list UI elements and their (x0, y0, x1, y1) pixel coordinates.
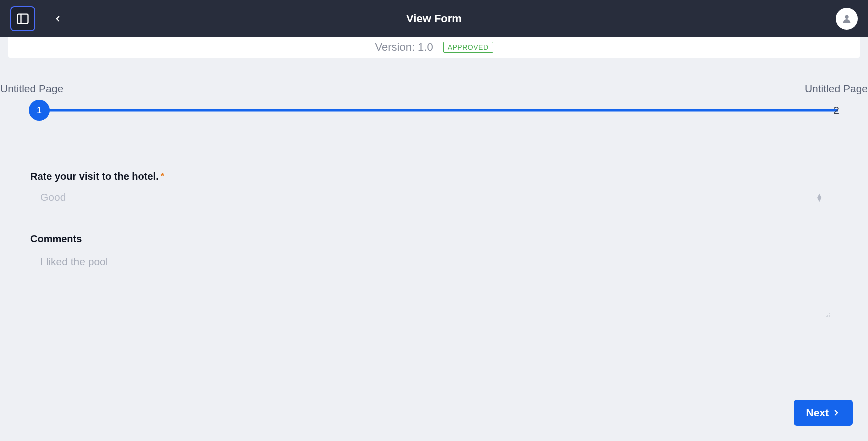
next-button[interactable]: Next (794, 400, 853, 426)
step-label-2: Untitled Page (805, 83, 868, 95)
user-avatar[interactable] (836, 8, 858, 30)
stepper-progress-line (29, 109, 838, 112)
rating-field: Rate your visit to the hotel. * Good ▲ ▼ (30, 171, 838, 203)
select-arrows-icon: ▲ ▼ (816, 193, 838, 202)
page-title: View Form (406, 12, 462, 25)
chevron-right-icon (832, 408, 841, 417)
comments-value: I liked the pool (40, 256, 838, 268)
panel-left-icon (16, 12, 30, 26)
svg-point-5 (829, 315, 830, 316)
page-stepper: Untitled Page Untitled Page 1 2 (0, 83, 868, 121)
rating-select[interactable]: Good ▲ ▼ (30, 191, 838, 203)
required-indicator: * (161, 171, 164, 182)
user-icon (841, 13, 852, 24)
svg-point-4 (827, 315, 828, 316)
form-footer: Next (794, 400, 853, 426)
rating-label: Rate your visit to the hotel. * (30, 171, 838, 182)
sidebar-toggle-button[interactable] (10, 6, 35, 31)
svg-point-8 (829, 316, 830, 317)
comments-field: Comments I liked the pool (30, 233, 838, 319)
svg-rect-0 (18, 14, 28, 23)
chevron-left-icon (53, 14, 62, 23)
app-header: View Form (0, 0, 868, 37)
svg-point-7 (827, 316, 828, 317)
svg-point-6 (826, 316, 827, 317)
svg-point-2 (845, 15, 848, 18)
version-bar: Version: 1.0 APPROVED (8, 37, 860, 58)
status-badge: APPROVED (443, 42, 493, 53)
comments-label: Comments (30, 233, 838, 245)
next-button-label: Next (806, 407, 829, 419)
step-label-1: Untitled Page (0, 83, 63, 95)
comments-textarea[interactable]: I liked the pool (30, 254, 838, 319)
step-2[interactable]: 2 (833, 104, 839, 116)
step-1[interactable]: 1 (29, 100, 50, 121)
step-1-number: 1 (37, 105, 42, 116)
step-2-number: 2 (833, 104, 839, 116)
resize-handle-icon[interactable] (825, 313, 830, 319)
form-content: Rate your visit to the hotel. * Good ▲ ▼… (0, 121, 868, 319)
version-text: Version: 1.0 (375, 41, 433, 54)
svg-point-3 (829, 313, 830, 314)
back-button[interactable] (50, 11, 65, 26)
rating-value: Good (30, 191, 816, 203)
